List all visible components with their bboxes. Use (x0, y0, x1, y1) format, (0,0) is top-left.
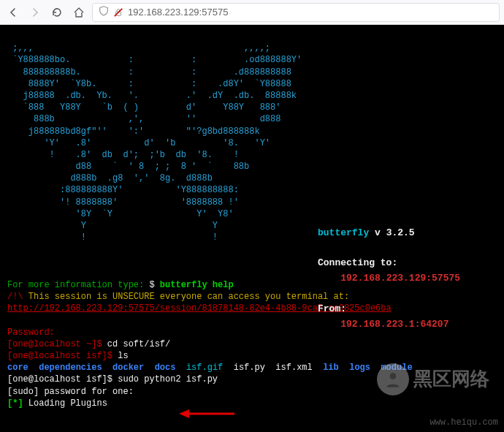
load-prefix: [*] (7, 398, 23, 409)
svg-point-4 (390, 373, 397, 379)
info-line: For more information type: (7, 280, 149, 290)
unsecure-warning: This session is UNSECURE everyone can ac… (23, 292, 349, 302)
password-label: Password: (7, 327, 55, 338)
browser-toolbar: 192.168.223.129:57575 (0, 0, 504, 25)
ls-output: core dependencies docker docs isf.gif is… (7, 363, 413, 373)
app-version: 3.2.5 (386, 227, 415, 238)
url-text: 192.168.223.129:57575 (128, 7, 228, 18)
shell-prompt: [one@localhost isf]$ (7, 374, 118, 384)
shield-icon (99, 6, 109, 18)
shell-command: cd soft/isf/ (107, 339, 170, 349)
ascii-butterfly: ;,,, ,,,,; `Y888888bo. : : .od888888Y' 8… (7, 43, 302, 243)
forward-button[interactable] (26, 4, 44, 21)
svg-line-1 (115, 8, 123, 16)
connecting-label: Connecting to: (318, 257, 397, 268)
url-bar[interactable]: 192.168.223.129:57575 (92, 3, 500, 22)
shell-prompt: [one@localhost ~]$ (7, 339, 107, 349)
shell-command: sudo python2 isf.py (118, 374, 218, 384)
from-label: From: (318, 303, 346, 314)
shell-prompt: [one@localhost isf]$ (7, 351, 118, 361)
svg-marker-3 (179, 409, 189, 418)
watermark-text: 黑区网络 (413, 366, 489, 392)
terminal[interactable]: ;,,, ,,,,; `Y888888bo. : : .od888888Y' 8… (0, 25, 504, 432)
shell-command: ls (118, 351, 128, 361)
connecting-address: 192.168.223.129:57575 (340, 273, 460, 284)
from-address: 192.168.223.1:64207 (340, 319, 448, 330)
help-command: butterfly help (160, 280, 234, 290)
reload-button[interactable] (48, 4, 66, 21)
back-button[interactable] (4, 4, 22, 21)
loading-plugins: Loading Plugins (23, 398, 107, 409)
insecure-lock-icon (113, 7, 123, 18)
butterfly-info-panel: butterfly v 3.2.5 Connecting to: 192.168… (318, 211, 460, 332)
sudo-password-prompt: [sudo] password for one: (7, 387, 134, 397)
annotation-arrow-icon (177, 406, 236, 421)
home-button[interactable] (70, 4, 88, 21)
watermark-url: www.heiqu.com (429, 417, 498, 428)
unsecure-warning-prefix: /!\ (7, 292, 23, 302)
app-name: butterfly (318, 227, 369, 238)
